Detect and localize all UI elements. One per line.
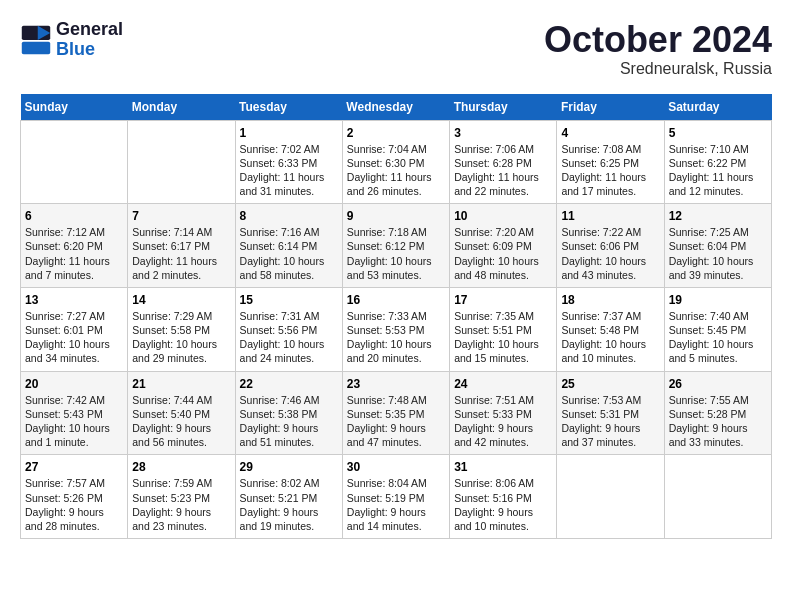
cell-info: Daylight: 10 hours and 39 minutes. (669, 254, 767, 282)
day-number: 14 (132, 293, 230, 307)
weekday-header-saturday: Saturday (664, 94, 771, 121)
cell-info: Sunrise: 7:53 AM (561, 393, 659, 407)
day-number: 16 (347, 293, 445, 307)
weekday-header-tuesday: Tuesday (235, 94, 342, 121)
day-number: 5 (669, 126, 767, 140)
month-title: October 2024 (544, 20, 772, 60)
cell-info: Sunset: 5:45 PM (669, 323, 767, 337)
cell-info: Daylight: 11 hours and 2 minutes. (132, 254, 230, 282)
calendar-cell: 15Sunrise: 7:31 AMSunset: 5:56 PMDayligh… (235, 287, 342, 371)
day-number: 22 (240, 377, 338, 391)
cell-info: Daylight: 11 hours and 22 minutes. (454, 170, 552, 198)
weekday-header-monday: Monday (128, 94, 235, 121)
cell-info: Sunrise: 7:18 AM (347, 225, 445, 239)
calendar-week-3: 13Sunrise: 7:27 AMSunset: 6:01 PMDayligh… (21, 287, 772, 371)
calendar-cell: 1Sunrise: 7:02 AMSunset: 6:33 PMDaylight… (235, 120, 342, 204)
cell-info: Daylight: 10 hours and 15 minutes. (454, 337, 552, 365)
cell-info: Sunset: 6:22 PM (669, 156, 767, 170)
day-number: 12 (669, 209, 767, 223)
calendar-cell: 29Sunrise: 8:02 AMSunset: 5:21 PMDayligh… (235, 455, 342, 539)
cell-info: Sunrise: 7:02 AM (240, 142, 338, 156)
cell-info: Daylight: 11 hours and 12 minutes. (669, 170, 767, 198)
day-number: 29 (240, 460, 338, 474)
logo: General Blue (20, 20, 123, 60)
cell-info: Daylight: 10 hours and 48 minutes. (454, 254, 552, 282)
cell-info: Sunset: 5:48 PM (561, 323, 659, 337)
cell-info: Daylight: 10 hours and 34 minutes. (25, 337, 123, 365)
cell-info: Sunset: 5:51 PM (454, 323, 552, 337)
calendar-cell: 31Sunrise: 8:06 AMSunset: 5:16 PMDayligh… (450, 455, 557, 539)
cell-info: Sunrise: 7:33 AM (347, 309, 445, 323)
cell-info: Sunrise: 7:16 AM (240, 225, 338, 239)
cell-info: Daylight: 10 hours and 43 minutes. (561, 254, 659, 282)
calendar-cell: 26Sunrise: 7:55 AMSunset: 5:28 PMDayligh… (664, 371, 771, 455)
cell-info: Daylight: 10 hours and 1 minute. (25, 421, 123, 449)
cell-info: Sunrise: 7:59 AM (132, 476, 230, 490)
day-number: 17 (454, 293, 552, 307)
calendar-cell: 13Sunrise: 7:27 AMSunset: 6:01 PMDayligh… (21, 287, 128, 371)
cell-info: Sunrise: 7:25 AM (669, 225, 767, 239)
cell-info: Sunset: 6:09 PM (454, 239, 552, 253)
logo-line1: General (56, 20, 123, 40)
day-number: 25 (561, 377, 659, 391)
cell-info: Daylight: 11 hours and 26 minutes. (347, 170, 445, 198)
cell-info: Daylight: 10 hours and 29 minutes. (132, 337, 230, 365)
cell-info: Daylight: 10 hours and 53 minutes. (347, 254, 445, 282)
calendar-cell: 10Sunrise: 7:20 AMSunset: 6:09 PMDayligh… (450, 204, 557, 288)
cell-info: Sunrise: 7:44 AM (132, 393, 230, 407)
day-number: 9 (347, 209, 445, 223)
calendar-cell: 25Sunrise: 7:53 AMSunset: 5:31 PMDayligh… (557, 371, 664, 455)
calendar-cell (664, 455, 771, 539)
calendar-cell: 16Sunrise: 7:33 AMSunset: 5:53 PMDayligh… (342, 287, 449, 371)
cell-info: Daylight: 11 hours and 17 minutes. (561, 170, 659, 198)
cell-info: Sunset: 5:40 PM (132, 407, 230, 421)
cell-info: Sunrise: 7:20 AM (454, 225, 552, 239)
calendar-cell: 6Sunrise: 7:12 AMSunset: 6:20 PMDaylight… (21, 204, 128, 288)
cell-info: Sunrise: 7:27 AM (25, 309, 123, 323)
calendar-cell (557, 455, 664, 539)
day-number: 19 (669, 293, 767, 307)
weekday-header-wednesday: Wednesday (342, 94, 449, 121)
calendar-cell: 11Sunrise: 7:22 AMSunset: 6:06 PMDayligh… (557, 204, 664, 288)
location: Sredneuralsk, Russia (544, 60, 772, 78)
day-number: 13 (25, 293, 123, 307)
cell-info: Sunset: 5:26 PM (25, 491, 123, 505)
cell-info: Daylight: 10 hours and 24 minutes. (240, 337, 338, 365)
calendar-cell: 17Sunrise: 7:35 AMSunset: 5:51 PMDayligh… (450, 287, 557, 371)
cell-info: Sunset: 6:14 PM (240, 239, 338, 253)
cell-info: Daylight: 11 hours and 7 minutes. (25, 254, 123, 282)
day-number: 23 (347, 377, 445, 391)
cell-info: Sunset: 5:53 PM (347, 323, 445, 337)
day-number: 28 (132, 460, 230, 474)
cell-info: Sunrise: 7:37 AM (561, 309, 659, 323)
cell-info: Sunset: 6:33 PM (240, 156, 338, 170)
cell-info: Sunset: 6:06 PM (561, 239, 659, 253)
cell-info: Sunset: 5:31 PM (561, 407, 659, 421)
calendar-cell: 5Sunrise: 7:10 AMSunset: 6:22 PMDaylight… (664, 120, 771, 204)
day-number: 26 (669, 377, 767, 391)
cell-info: Daylight: 9 hours and 19 minutes. (240, 505, 338, 533)
cell-info: Sunrise: 7:55 AM (669, 393, 767, 407)
calendar-cell: 24Sunrise: 7:51 AMSunset: 5:33 PMDayligh… (450, 371, 557, 455)
cell-info: Daylight: 9 hours and 10 minutes. (454, 505, 552, 533)
calendar-cell: 4Sunrise: 7:08 AMSunset: 6:25 PMDaylight… (557, 120, 664, 204)
weekday-header-friday: Friday (557, 94, 664, 121)
calendar-week-5: 27Sunrise: 7:57 AMSunset: 5:26 PMDayligh… (21, 455, 772, 539)
calendar-cell: 19Sunrise: 7:40 AMSunset: 5:45 PMDayligh… (664, 287, 771, 371)
day-number: 11 (561, 209, 659, 223)
calendar-cell: 22Sunrise: 7:46 AMSunset: 5:38 PMDayligh… (235, 371, 342, 455)
logo-line2: Blue (56, 40, 123, 60)
title-block: October 2024 Sredneuralsk, Russia (544, 20, 772, 78)
cell-info: Sunrise: 7:22 AM (561, 225, 659, 239)
day-number: 1 (240, 126, 338, 140)
cell-info: Sunset: 5:28 PM (669, 407, 767, 421)
cell-info: Daylight: 10 hours and 5 minutes. (669, 337, 767, 365)
day-number: 18 (561, 293, 659, 307)
cell-info: Sunset: 6:25 PM (561, 156, 659, 170)
cell-info: Sunset: 5:23 PM (132, 491, 230, 505)
logo-icon (20, 24, 52, 56)
cell-info: Sunrise: 7:12 AM (25, 225, 123, 239)
cell-info: Sunrise: 7:06 AM (454, 142, 552, 156)
cell-info: Daylight: 9 hours and 14 minutes. (347, 505, 445, 533)
cell-info: Sunset: 6:30 PM (347, 156, 445, 170)
